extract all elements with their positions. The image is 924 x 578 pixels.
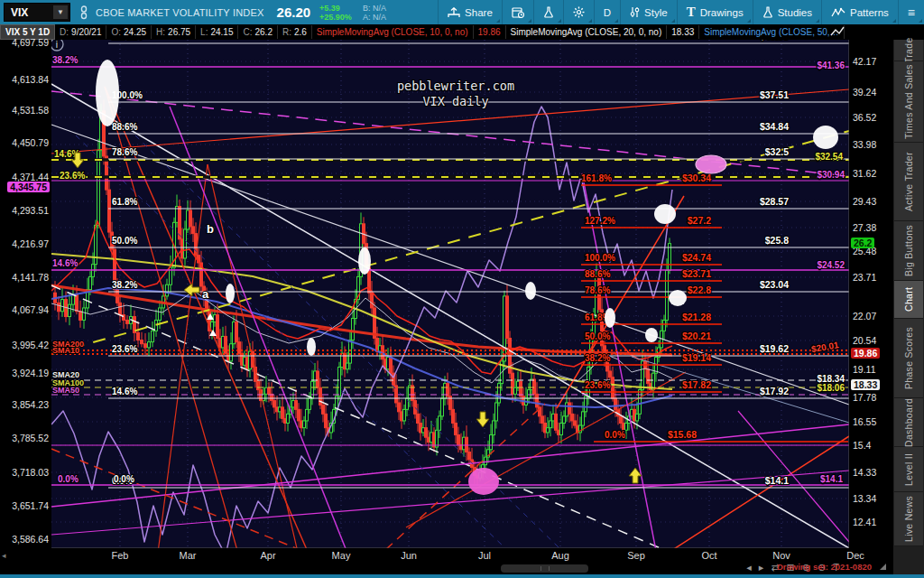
zigzag-icon[interactable] — [830, 26, 845, 37]
chart-label: 23.6% — [112, 344, 137, 354]
candle-body — [309, 398, 311, 409]
chart-label: SMA50 — [52, 386, 79, 395]
sidebar-tab-trade[interactable]: Trade — [894, 40, 923, 61]
link-icon[interactable] — [79, 5, 88, 20]
studies-button[interactable]: Studies — [753, 0, 821, 24]
header-cell: R:2.6 — [278, 25, 312, 39]
style-button[interactable]: Style — [620, 0, 677, 24]
right-price-axis[interactable]: 42.1739.2436.5233.9831.6229.4327.3825.48… — [849, 40, 893, 574]
chart-label: 161.8% — [581, 173, 612, 183]
axis-label: 29.43 — [853, 196, 876, 207]
header-cell: 19.86 — [474, 25, 506, 39]
timeframe-button[interactable]: D — [594, 0, 620, 24]
sidebar-tab-level-ii[interactable]: Level II — [894, 447, 923, 492]
candle-body — [441, 398, 444, 416]
sidebar-tab-active-trader[interactable]: Active Trader — [894, 143, 923, 221]
chart-label: 88.6% — [112, 122, 137, 132]
drawings-T-icon: T — [687, 5, 696, 20]
sidebar-tab-dashboard[interactable]: Dashboard — [894, 398, 923, 447]
share-button[interactable]: Share — [438, 0, 502, 24]
chart-label: $15.68 — [668, 429, 697, 440]
timeframe-label: D — [604, 7, 611, 18]
chart-label: 0.0% — [114, 474, 134, 484]
header-cell: SimpleMovingAvg (CLOSE, 50,… — [699, 25, 844, 39]
right-sidebar: TradeTimes And SalesActive TraderBig But… — [893, 40, 924, 574]
axis-label: 3,586.64 — [12, 534, 49, 545]
chart-label: $20.21 — [682, 331, 711, 341]
gear-icon — [573, 6, 585, 18]
resize-corner-icon[interactable] — [880, 564, 886, 570]
candle-body — [547, 428, 550, 433]
drawings-button[interactable]: T Drawings — [677, 0, 753, 24]
header-cell: SimpleMovingAvg (CLOSE, 20, 0, no) — [506, 25, 668, 39]
month-label: Nov — [772, 550, 790, 561]
sidebar-tab-chart[interactable]: Chart — [894, 281, 923, 319]
axis-label: 12.41 — [853, 517, 876, 527]
candle-body — [636, 414, 639, 421]
time-scrollbar-thumb[interactable] — [501, 564, 588, 573]
candle-body — [303, 421, 306, 428]
header-cell: D:9/20/21 — [55, 25, 106, 39]
candle-body — [625, 424, 628, 431]
chart-label: 61.8% — [112, 197, 137, 207]
chevron-down-icon[interactable]: ▼ — [53, 5, 68, 19]
candle-body — [349, 340, 352, 364]
chart-label: 127.2% — [112, 40, 143, 42]
month-label: Oct — [701, 550, 716, 561]
sma20-badge: 18.33 — [851, 379, 880, 390]
patterns-button[interactable]: Patterns — [821, 0, 898, 24]
trading-platform-window: VIX ▼ CBOE MARKET VOLATILITY INDEX 26.20… — [0, 0, 924, 578]
calendar-button[interactable] — [502, 0, 533, 24]
pan-left-icon[interactable]: ◂ — [746, 562, 752, 573]
axis-label: 17.78 — [853, 392, 876, 403]
axis-label: 16.55 — [853, 416, 876, 427]
candle-body — [108, 190, 111, 232]
axis-label: 3,718.03 — [12, 467, 49, 478]
candle-body — [436, 430, 439, 447]
sidebar-tab-big-buttons[interactable]: Big Buttons — [894, 221, 923, 281]
chart-label: 127.2% — [585, 216, 615, 226]
candle-body — [137, 332, 140, 340]
quick-study-button[interactable] — [533, 0, 563, 24]
candle-body — [571, 414, 574, 421]
chart-label: $28.57 — [760, 196, 789, 207]
scroll-left-icon[interactable]: ◂ — [2, 551, 6, 560]
left-price-axis[interactable]: 4,697.594,613.844,531.584,450.794,371.44… — [0, 40, 51, 548]
chart-label: $32.54 — [815, 152, 843, 162]
sidebar-tab-phase-scores[interactable]: Phase Scores — [894, 319, 923, 398]
share-label: Share — [465, 7, 493, 18]
candle-body — [614, 398, 617, 409]
sidebar-tab-times-and-sales[interactable]: Times And Sales — [894, 61, 923, 143]
axis-label: 14.33 — [853, 467, 876, 478]
settings-button[interactable] — [563, 0, 594, 24]
chart-label: i — [56, 40, 59, 50]
chart-canvas[interactable]: 127.2%$43.88100.0%$37.5188.6%$34.8478.6%… — [0, 40, 924, 548]
candle-body — [506, 296, 509, 339]
month-label: May — [332, 550, 351, 561]
studies-flask-icon — [762, 6, 773, 18]
candle-body — [555, 414, 558, 430]
pan-right-icon[interactable]: ▸ — [759, 562, 764, 573]
candle-body — [69, 304, 71, 316]
month-label: Dec — [846, 550, 864, 561]
bid-ask: B: N/A A: N/A — [363, 4, 386, 22]
chart-label: $34.84 — [760, 121, 789, 132]
candle-body — [298, 409, 300, 421]
candle-body — [493, 421, 495, 435]
candle-body — [230, 344, 233, 361]
candle-body — [528, 390, 531, 399]
sma10-badge: 19.86 — [851, 348, 880, 359]
sidebar-tab-live-news[interactable]: Live News — [894, 492, 923, 546]
symbol-dropdown[interactable]: VIX ▼ — [4, 3, 70, 22]
candle-body — [338, 367, 341, 396]
studies-label: Studies — [778, 7, 812, 18]
candle-body — [268, 387, 271, 394]
candle-body — [498, 384, 501, 403]
chart-label: b — [207, 222, 214, 236]
toolbar-buttons: Share D Style T Drawings — [438, 0, 924, 24]
chart-label: $18.34 — [817, 374, 845, 384]
candle-body — [466, 437, 468, 452]
candle-body — [612, 378, 614, 398]
candle-body — [666, 270, 669, 320]
menu-button[interactable]: ≡ — [898, 0, 924, 24]
